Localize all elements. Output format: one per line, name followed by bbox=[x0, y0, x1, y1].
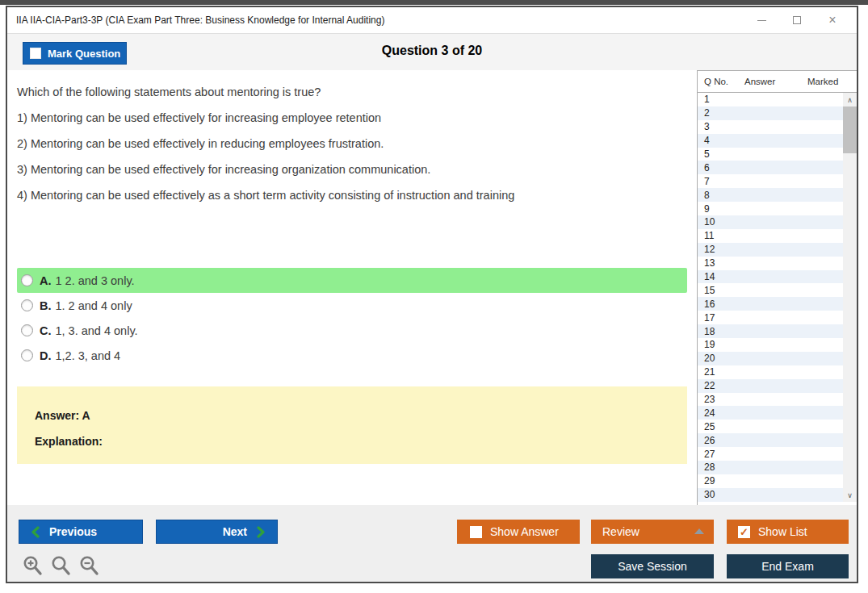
option-letter: A. bbox=[40, 274, 52, 287]
background-window-edge bbox=[0, 0, 868, 5]
answer-options: A. 1 2. and 3 only. B. 1. 2 and 4 only C… bbox=[7, 268, 697, 368]
question-statement: 1) Mentoring can be used effectively for… bbox=[17, 111, 381, 124]
option-a-row[interactable]: A. 1 2. and 3 only. bbox=[17, 268, 687, 293]
question-list-row[interactable]: 3 bbox=[698, 120, 843, 134]
question-list-row[interactable]: 22 bbox=[698, 379, 843, 393]
show-list-checkbox[interactable]: ✓ bbox=[738, 526, 750, 538]
title-bar[interactable]: IIA IIA-CIA-Part3-3P (CIA Exam Part Thre… bbox=[7, 7, 857, 33]
question-list-row[interactable]: 12 bbox=[698, 243, 843, 257]
option-text: 1. 2 and 4 only bbox=[56, 299, 132, 312]
question-list-row[interactable]: 30 bbox=[698, 488, 843, 502]
previous-button[interactable]: Previous bbox=[19, 520, 143, 544]
question-statement: 4) Mentoring can be used effectively as … bbox=[17, 189, 514, 202]
question-list-row[interactable]: 20 bbox=[698, 352, 843, 365]
question-list-body: 1234567891011121314151617181920212223242… bbox=[698, 93, 843, 502]
zoom-reset-icon[interactable] bbox=[50, 555, 71, 578]
row-qno: 26 bbox=[698, 435, 738, 446]
explanation-label: Explanation: bbox=[35, 435, 103, 448]
question-list-row[interactable]: 21 bbox=[698, 365, 843, 379]
option-letter: D. bbox=[40, 349, 52, 362]
question-list-row[interactable]: 27 bbox=[698, 447, 843, 461]
row-qno: 22 bbox=[698, 380, 738, 391]
zoom-controls bbox=[22, 555, 99, 578]
scroll-down-icon[interactable]: ∨ bbox=[843, 488, 857, 502]
question-list-row[interactable]: 24 bbox=[698, 406, 843, 420]
row-qno: 20 bbox=[698, 353, 738, 364]
question-counter: Question 3 of 20 bbox=[7, 44, 857, 58]
question-list-row[interactable]: 29 bbox=[698, 474, 843, 488]
scroll-up-icon[interactable]: ∧ bbox=[843, 93, 857, 106]
question-list-row[interactable]: 25 bbox=[698, 420, 843, 433]
question-list-row[interactable]: 16 bbox=[698, 297, 843, 311]
save-session-button[interactable]: Save Session bbox=[591, 554, 714, 578]
row-qno: 21 bbox=[698, 366, 738, 378]
question-list-row[interactable]: 23 bbox=[698, 393, 843, 407]
show-answer-label: Show Answer bbox=[490, 525, 559, 538]
question-list-row[interactable]: 18 bbox=[698, 324, 843, 338]
header-strip: Mark Question Question 3 of 20 bbox=[7, 33, 857, 70]
question-list-row[interactable]: 26 bbox=[698, 433, 843, 447]
triangle-up-icon bbox=[694, 528, 704, 534]
question-area: Which of the following statements about … bbox=[7, 70, 697, 505]
minimize-icon bbox=[757, 20, 766, 21]
row-qno: 9 bbox=[698, 203, 738, 215]
question-list-row[interactable]: 11 bbox=[698, 229, 843, 243]
question-list-row[interactable]: 17 bbox=[698, 311, 843, 324]
close-button[interactable]: × bbox=[815, 7, 850, 33]
option-a-radio[interactable] bbox=[21, 274, 33, 286]
row-qno: 27 bbox=[698, 449, 738, 460]
row-qno: 2 bbox=[698, 107, 738, 119]
option-c-radio[interactable] bbox=[21, 324, 33, 336]
question-list-row[interactable]: 13 bbox=[698, 257, 843, 270]
maximize-button[interactable] bbox=[779, 7, 815, 33]
option-d-row[interactable]: D. 1,2. 3, and 4 bbox=[17, 343, 687, 368]
question-list-row[interactable]: 19 bbox=[698, 338, 843, 352]
close-icon: × bbox=[828, 14, 836, 27]
row-qno: 17 bbox=[698, 312, 738, 324]
question-list-row[interactable]: 28 bbox=[698, 461, 843, 474]
option-c-row[interactable]: C. 1, 3. and 4 only. bbox=[17, 318, 687, 343]
question-list-row[interactable]: 1 bbox=[698, 93, 843, 106]
show-list-button[interactable]: ✓ Show List bbox=[727, 520, 849, 544]
option-d-radio[interactable] bbox=[21, 349, 33, 361]
row-qno: 8 bbox=[698, 190, 738, 201]
question-list-row[interactable]: 14 bbox=[698, 270, 843, 284]
option-text: 1 2. and 3 only. bbox=[56, 274, 135, 287]
row-qno: 28 bbox=[698, 461, 738, 473]
question-prompt: Which of the following statements about … bbox=[17, 86, 321, 98]
row-qno: 3 bbox=[698, 121, 738, 132]
maximize-icon bbox=[793, 16, 801, 24]
row-qno: 7 bbox=[698, 176, 738, 187]
show-answer-checkbox[interactable] bbox=[470, 526, 482, 538]
question-list-row[interactable]: 5 bbox=[698, 148, 843, 161]
question-list-row[interactable]: 7 bbox=[698, 174, 843, 188]
question-list-row[interactable]: 15 bbox=[698, 283, 843, 297]
question-list-row[interactable]: 8 bbox=[698, 188, 843, 202]
next-button[interactable]: Next bbox=[156, 520, 278, 544]
zoom-in-icon[interactable] bbox=[22, 555, 43, 578]
window-controls: × bbox=[744, 7, 850, 33]
minimize-button[interactable] bbox=[744, 7, 779, 33]
option-letter: C. bbox=[40, 324, 52, 337]
scrollbar-thumb[interactable] bbox=[843, 106, 857, 153]
end-exam-button[interactable]: End Exam bbox=[727, 554, 849, 578]
question-list-row[interactable]: 10 bbox=[698, 215, 843, 229]
option-letter: B. bbox=[40, 299, 52, 312]
question-list-row[interactable]: 4 bbox=[698, 134, 843, 148]
zoom-out-icon[interactable] bbox=[78, 555, 99, 578]
show-answer-button[interactable]: Show Answer bbox=[457, 520, 580, 544]
row-qno: 15 bbox=[698, 285, 738, 296]
option-b-row[interactable]: B. 1. 2 and 4 only bbox=[17, 293, 687, 318]
option-b-radio[interactable] bbox=[21, 299, 33, 311]
question-list-row[interactable]: 6 bbox=[698, 161, 843, 174]
question-list-row[interactable]: 2 bbox=[698, 106, 843, 120]
question-list-header: Q No. Answer Marked bbox=[698, 71, 857, 93]
row-qno: 1 bbox=[698, 94, 738, 105]
question-list-panel: Q No. Answer Marked 12345678910111213141… bbox=[697, 70, 857, 505]
question-list-row[interactable]: 9 bbox=[698, 202, 843, 215]
row-qno: 25 bbox=[698, 421, 738, 432]
row-qno: 24 bbox=[698, 407, 738, 419]
question-list-scrollbar[interactable]: ∧ ∨ bbox=[843, 93, 857, 502]
row-qno: 4 bbox=[698, 135, 738, 146]
review-dropdown-button[interactable]: Review bbox=[591, 520, 714, 544]
